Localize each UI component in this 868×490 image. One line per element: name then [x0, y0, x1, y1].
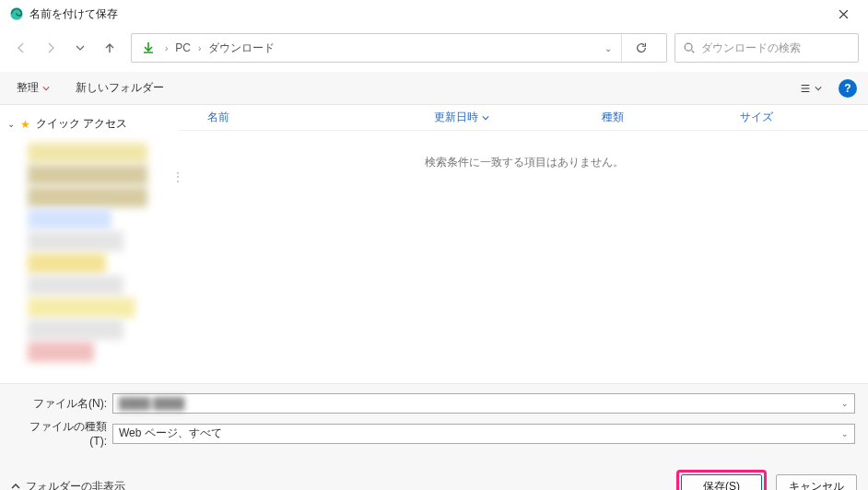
column-size[interactable]: サイズ — [731, 110, 868, 125]
breadcrumb-root[interactable]: PC — [171, 40, 194, 56]
edge-icon — [9, 6, 24, 21]
breadcrumb-folder[interactable]: ダウンロード — [205, 39, 278, 58]
quick-access-item[interactable]: ⌄ ★ クイック アクセス — [0, 112, 175, 135]
chevron-up-icon — [11, 482, 20, 490]
filetype-select[interactable]: Web ページ、すべて ⌄ — [112, 424, 855, 444]
chevron-down-icon[interactable]: ⌄ — [841, 399, 849, 408]
save-button-label: 保存(S) — [703, 479, 740, 491]
file-list-area: 名前 更新日時 種類 サイズ 検索条件に一致する項目はありません。 — [180, 105, 868, 383]
svg-point-1 — [685, 43, 692, 51]
star-icon: ★ — [20, 118, 30, 131]
filename-label: ファイル名(N): — [13, 396, 112, 412]
view-options-button[interactable] — [793, 78, 827, 99]
sidebar-item[interactable] — [28, 342, 94, 362]
sidebar-item[interactable] — [28, 253, 106, 274]
chevron-down-icon: ⌄ — [7, 119, 15, 129]
sidebar-item[interactable] — [28, 165, 147, 185]
hide-folders-toggle[interactable]: フォルダーの非表示 — [11, 479, 125, 491]
empty-message: 検索条件に一致する項目はありません。 — [180, 155, 868, 170]
sort-desc-icon — [482, 114, 489, 122]
sidebar-pinned-list — [28, 143, 147, 362]
search-placeholder: ダウンロードの検索 — [701, 41, 801, 56]
cancel-button-label: キャンセル — [789, 479, 844, 491]
organize-label: 整理 — [17, 80, 39, 96]
quick-access-label: クイック アクセス — [36, 116, 127, 132]
address-dropdown[interactable]: ⌄ — [595, 43, 621, 53]
titlebar: 名前を付けて保存 — [0, 0, 868, 28]
chevron-down-icon — [815, 85, 822, 92]
column-name[interactable]: 名前 — [180, 110, 425, 125]
recent-locations-button[interactable] — [66, 35, 94, 61]
sidebar-item[interactable] — [28, 231, 123, 251]
refresh-button[interactable] — [621, 34, 661, 62]
nav-row: › PC › ダウンロード ⌄ ダウンロードの検索 — [0, 28, 868, 72]
filetype-label: ファイルの種類(T): — [13, 419, 112, 448]
filename-value: ████ ████ — [119, 397, 184, 410]
up-button[interactable] — [96, 35, 123, 61]
address-bar[interactable]: › PC › ダウンロード ⌄ — [131, 33, 667, 63]
close-button[interactable] — [822, 0, 864, 28]
window-title: 名前を付けて保存 — [29, 6, 822, 22]
cancel-button[interactable]: キャンセル — [776, 474, 857, 490]
sidebar-item[interactable] — [28, 320, 123, 340]
breadcrumb-sep: › — [194, 43, 205, 53]
column-type[interactable]: 種類 — [592, 110, 730, 125]
sidebar-item[interactable] — [28, 187, 147, 207]
main-area: ⌄ ★ クイック アクセス 名前 更新日時 種類 サイズ — [0, 105, 868, 383]
save-button-highlight: 保存(S) — [676, 470, 767, 490]
downloads-icon — [141, 41, 156, 55]
list-view-icon — [799, 82, 812, 95]
save-button[interactable]: 保存(S) — [681, 474, 762, 490]
sidebar-item[interactable] — [28, 143, 147, 163]
back-button[interactable] — [7, 35, 35, 61]
help-button[interactable]: ? — [839, 79, 857, 98]
sidebar-item[interactable] — [28, 209, 111, 229]
chevron-down-icon — [42, 85, 50, 92]
sidebar: ⌄ ★ クイック アクセス — [0, 105, 175, 383]
search-input[interactable]: ダウンロードの検索 — [674, 33, 859, 63]
search-icon — [683, 41, 696, 54]
breadcrumb-sep: › — [161, 43, 171, 53]
footer: フォルダーの非表示 保存(S) キャンセル — [0, 461, 868, 490]
organize-menu[interactable]: 整理 — [11, 76, 55, 99]
filetype-value: Web ページ、すべて — [119, 426, 222, 441]
column-date[interactable]: 更新日時 — [425, 110, 592, 125]
sidebar-item[interactable] — [28, 298, 135, 318]
column-date-label: 更新日時 — [434, 110, 478, 125]
chevron-down-icon[interactable]: ⌄ — [841, 429, 849, 438]
bottom-panel: ファイル名(N): ████ ████ ⌄ ファイルの種類(T): Web ペー… — [0, 383, 868, 461]
column-headers: 名前 更新日時 種類 サイズ — [180, 105, 868, 131]
sidebar-item[interactable] — [28, 275, 123, 296]
hide-folders-label: フォルダーの非表示 — [26, 479, 125, 491]
new-folder-label: 新しいフォルダー — [76, 80, 164, 96]
filename-input[interactable]: ████ ████ ⌄ — [112, 393, 855, 414]
toolbar: 整理 新しいフォルダー ? — [0, 72, 868, 105]
forward-button[interactable] — [37, 35, 65, 61]
new-folder-button[interactable]: 新しいフォルダー — [70, 76, 170, 99]
